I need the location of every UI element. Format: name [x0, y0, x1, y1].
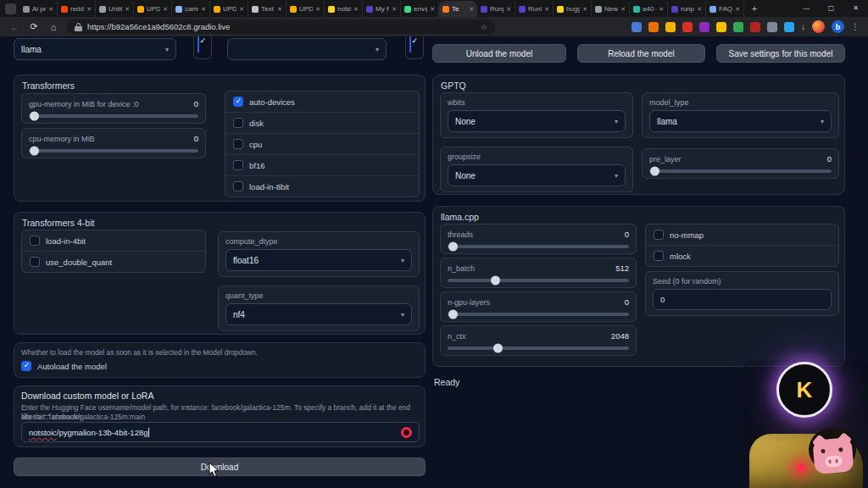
slider-handle[interactable] — [491, 276, 500, 286]
slider-track[interactable] — [649, 169, 832, 173]
url-bar[interactable]: https://b92a56ce1a9d5602c8.gradio.live ☆ — [67, 19, 495, 34]
seed-input[interactable]: 0 — [653, 289, 832, 310]
slider-value-input[interactable]: 0 — [175, 99, 198, 108]
checkbox-row[interactable]: cpu — [225, 134, 419, 155]
tab-close-icon[interactable]: ✕ — [201, 6, 206, 13]
browser-tab[interactable]: env@c ✕ — [401, 1, 439, 17]
extension-icon[interactable] — [767, 22, 777, 32]
tab-close-icon[interactable]: ✕ — [582, 6, 587, 13]
checkbox-row[interactable]: bf16 — [225, 155, 419, 176]
slider-track[interactable] — [448, 245, 629, 248]
checkbox-row[interactable]: no-mmap — [646, 225, 838, 246]
browser-tab[interactable]: notsto ✕ — [325, 1, 363, 17]
tab-close-icon[interactable]: ✕ — [506, 6, 511, 13]
extension-icon[interactable] — [699, 22, 709, 32]
unload-model-button[interactable]: Unload the model — [432, 44, 566, 63]
refresh-icon[interactable]: ⟳ — [28, 21, 40, 32]
checkbox[interactable] — [233, 139, 243, 149]
tab-close-icon[interactable]: ✕ — [315, 6, 320, 13]
tab-close-icon[interactable]: ✕ — [659, 6, 664, 13]
browser-tab[interactable]: Text ge ✕ — [248, 1, 287, 17]
browser-tab[interactable]: UPDAT ✕ — [210, 1, 248, 17]
password-manager-icon[interactable]: b — [832, 20, 844, 33]
slider-track[interactable] — [448, 279, 629, 282]
tab-close-icon[interactable]: ✕ — [735, 6, 740, 13]
slider-value-input[interactable]: 512 — [605, 263, 629, 273]
tab-close-icon[interactable]: ✕ — [239, 6, 244, 13]
save-settings-button[interactable]: Save settings for this model — [716, 44, 845, 63]
tab-close-icon[interactable]: ✕ — [544, 6, 549, 13]
checkbox[interactable] — [233, 97, 243, 107]
browser-tab[interactable]: FAQ ✕ — [706, 1, 744, 17]
checkbox-row[interactable]: mlock — [646, 246, 838, 266]
slider-handle[interactable] — [493, 344, 503, 353]
extension-icon[interactable] — [716, 22, 726, 32]
model-dropdown[interactable]: llama ▾ — [14, 38, 176, 60]
slider-track[interactable] — [29, 114, 198, 118]
extension-icon[interactable] — [784, 22, 794, 32]
slider-track[interactable] — [448, 313, 629, 316]
slider-handle[interactable] — [30, 147, 39, 156]
browser-tab[interactable]: huggy ✕ — [554, 1, 592, 17]
bookmark-star-icon[interactable]: ☆ — [481, 23, 487, 31]
slider-handle[interactable] — [448, 242, 458, 252]
checkbox[interactable] — [198, 36, 199, 53]
extension-icon[interactable] — [648, 22, 659, 32]
checkbox-row[interactable]: load-in-8bit — [225, 176, 419, 197]
reload-model-button[interactable]: Reload the model — [577, 44, 705, 63]
lora-dropdown[interactable]: ▾ — [227, 38, 387, 60]
checkbox[interactable] — [233, 160, 243, 170]
checkbox[interactable] — [30, 236, 40, 246]
extension-icon[interactable] — [682, 22, 693, 32]
tab-close-icon[interactable]: ✕ — [620, 6, 626, 13]
tab-close-icon[interactable]: ✕ — [277, 6, 282, 13]
browser-tab[interactable]: runpoc ✕ — [668, 1, 706, 17]
model-path-input[interactable]: notstoic/pygmalion-13b-4bit-128g — [21, 422, 420, 442]
close-button[interactable]: ✕ — [843, 0, 868, 16]
browser-tab[interactable]: New ta ✕ — [592, 1, 630, 17]
tab-close-icon[interactable]: ✕ — [392, 6, 397, 13]
browser-tab[interactable]: RunPo ✕ — [515, 1, 554, 17]
compute-dtype-dropdown[interactable]: float16 ▾ — [225, 249, 412, 271]
browser-tab[interactable]: My Pod ✕ — [363, 1, 401, 17]
profile-avatar[interactable] — [812, 20, 825, 33]
browser-tab[interactable]: camen ✕ — [172, 1, 210, 17]
extension-icon[interactable] — [733, 22, 743, 32]
slider-track[interactable] — [29, 149, 198, 152]
browser-tab[interactable]: a40 gp ✕ — [630, 1, 668, 17]
tab-close-icon[interactable]: ✕ — [125, 6, 130, 13]
slider-value-input[interactable]: 2048 — [605, 331, 629, 341]
slider-value-input[interactable]: 0 — [605, 297, 629, 307]
browser-logo-icon[interactable] — [5, 3, 16, 14]
extension-icon[interactable] — [665, 22, 676, 32]
quant-type-dropdown[interactable]: nf4 ▾ — [225, 303, 412, 325]
browser-tab[interactable]: Ai proc ✕ — [19, 1, 58, 17]
tab-close-icon[interactable]: ✕ — [86, 6, 92, 13]
browser-tab[interactable]: reddit: ✕ — [58, 1, 96, 17]
tab-close-icon[interactable]: ✕ — [469, 6, 474, 13]
browser-menu-icon[interactable]: ⋮ — [851, 22, 860, 31]
slider-handle[interactable] — [448, 310, 458, 319]
browser-tab[interactable]: UPDAT ✕ — [287, 1, 325, 17]
downloads-icon[interactable]: ↓ — [801, 22, 805, 31]
checkbox[interactable] — [233, 181, 243, 191]
checkbox-row[interactable]: load-in-4bit — [22, 230, 205, 252]
browser-tab[interactable]: Te ✕ — [439, 1, 477, 17]
slider-value-input[interactable]: 0 — [605, 230, 629, 239]
browser-tab[interactable]: Runpo ✕ — [477, 1, 515, 17]
slider-handle[interactable] — [650, 167, 659, 176]
slider-handle[interactable] — [30, 112, 39, 121]
slider-value-input[interactable]: 0 — [175, 134, 198, 143]
tab-close-icon[interactable]: ✕ — [48, 6, 53, 13]
maximize-button[interactable]: ▢ — [819, 0, 843, 16]
autoload-checkbox-row[interactable]: Autoload the model — [21, 361, 107, 371]
checkbox[interactable] — [233, 118, 243, 128]
slider-value-input[interactable]: 0 — [808, 154, 832, 164]
new-tab-button[interactable]: + — [748, 2, 761, 15]
groupsize-dropdown[interactable]: None ▾ — [448, 164, 626, 186]
minimize-button[interactable]: — — [794, 0, 819, 16]
extension-icon[interactable] — [750, 22, 760, 32]
checkbox[interactable] — [654, 230, 664, 240]
browser-tab[interactable]: Untitle ✕ — [96, 1, 134, 17]
browser-tab[interactable]: UPDAT ✕ — [134, 1, 172, 17]
